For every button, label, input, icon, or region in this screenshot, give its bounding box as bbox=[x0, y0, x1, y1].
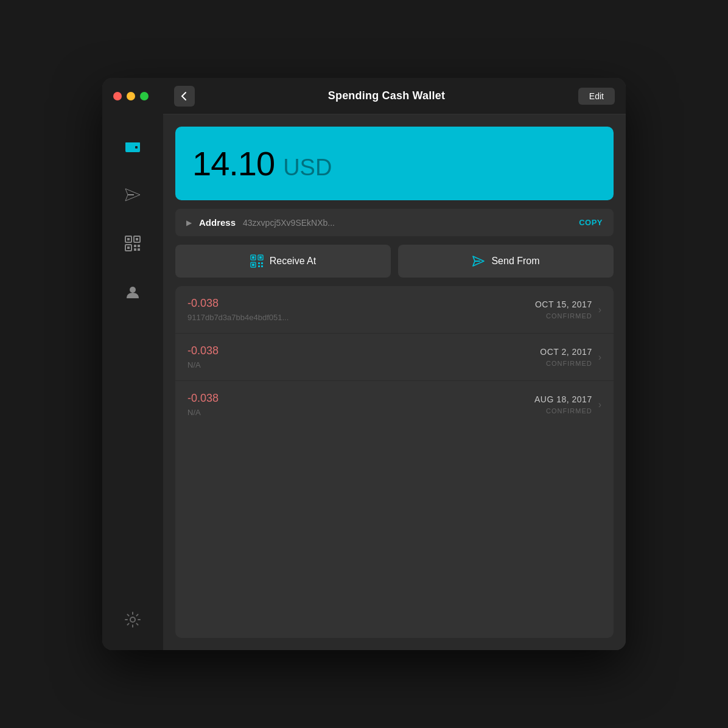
close-dot[interactable] bbox=[113, 92, 122, 100]
tx-status-3: CONFIRMED bbox=[546, 407, 592, 415]
tx-info-3: AUG 18, 2017 CONFIRMED bbox=[534, 394, 592, 415]
sidebar-item-send[interactable] bbox=[119, 181, 146, 208]
action-buttons: Receive At Send From bbox=[175, 245, 614, 278]
tx-left-3: -0.038 N/A bbox=[187, 392, 219, 417]
tx-info-2: OCT 2, 2017 CONFIRMED bbox=[540, 347, 592, 367]
maximize-dot[interactable] bbox=[140, 92, 149, 100]
tx-right-2: OCT 2, 2017 CONFIRMED › bbox=[540, 347, 601, 367]
transactions-list: -0.038 9117db7d3a7bb4e4bdf051... OCT 15,… bbox=[175, 286, 614, 638]
tx-date-2: OCT 2, 2017 bbox=[540, 347, 592, 357]
balance-card: 14.10 USD bbox=[175, 127, 614, 200]
content-area: 14.10 USD ▶ Address 43zxvpcj5Xv9SEkNXb..… bbox=[163, 114, 626, 650]
svg-rect-2 bbox=[135, 146, 138, 149]
transaction-row[interactable]: -0.038 N/A OCT 2, 2017 CONFIRMED › bbox=[175, 334, 614, 381]
sidebar-nav bbox=[119, 133, 146, 606]
svg-rect-10 bbox=[127, 247, 130, 249]
svg-rect-22 bbox=[252, 264, 254, 266]
svg-rect-24 bbox=[261, 262, 263, 264]
tx-chevron-2: › bbox=[598, 352, 601, 363]
svg-rect-25 bbox=[258, 265, 260, 267]
tx-hash-3: N/A bbox=[187, 408, 219, 417]
tx-chevron-3: › bbox=[598, 399, 601, 410]
tx-right-1: OCT 15, 2017 CONFIRMED › bbox=[535, 299, 601, 320]
receive-at-button[interactable]: Receive At bbox=[175, 245, 391, 278]
transaction-row[interactable]: -0.038 9117db7d3a7bb4e4bdf051... OCT 15,… bbox=[175, 286, 614, 334]
sidebar-item-wallet[interactable] bbox=[119, 133, 146, 159]
tx-amount-1: -0.038 bbox=[187, 297, 289, 310]
svg-rect-12 bbox=[138, 245, 140, 247]
send-from-button[interactable]: Send From bbox=[398, 245, 614, 278]
svg-rect-6 bbox=[127, 238, 130, 240]
tx-hash-1: 9117db7d3a7bb4e4bdf051... bbox=[187, 313, 289, 322]
tx-info-1: OCT 15, 2017 CONFIRMED bbox=[535, 299, 592, 320]
tx-right-3: AUG 18, 2017 CONFIRMED › bbox=[534, 394, 601, 415]
transaction-row[interactable]: -0.038 N/A AUG 18, 2017 CONFIRMED › bbox=[175, 381, 614, 428]
sidebar-item-settings[interactable] bbox=[119, 606, 146, 633]
traffic-lights bbox=[102, 78, 163, 114]
minimize-dot[interactable] bbox=[127, 92, 135, 100]
tx-left-1: -0.038 9117db7d3a7bb4e4bdf051... bbox=[187, 297, 289, 322]
back-button[interactable] bbox=[174, 86, 195, 107]
svg-rect-14 bbox=[138, 248, 140, 251]
tx-amount-3: -0.038 bbox=[187, 392, 219, 405]
balance-currency: USD bbox=[283, 155, 332, 181]
tx-date-3: AUG 18, 2017 bbox=[534, 394, 592, 404]
svg-rect-8 bbox=[136, 238, 138, 240]
tx-date-1: OCT 15, 2017 bbox=[535, 299, 592, 309]
svg-rect-23 bbox=[258, 262, 260, 264]
address-value: 43zxvpcj5Xv9SEkNXb... bbox=[243, 218, 572, 228]
sidebar bbox=[102, 78, 163, 650]
edit-button[interactable]: Edit bbox=[578, 88, 615, 105]
svg-rect-18 bbox=[252, 256, 254, 259]
tx-status-2: CONFIRMED bbox=[546, 360, 592, 367]
tx-status-1: CONFIRMED bbox=[546, 312, 592, 320]
address-row: ▶ Address 43zxvpcj5Xv9SEkNXb... COPY bbox=[175, 209, 614, 236]
sidebar-item-contacts[interactable] bbox=[119, 279, 146, 306]
qr-icon bbox=[250, 254, 264, 268]
svg-rect-1 bbox=[125, 142, 140, 145]
sidebar-item-qr[interactable] bbox=[119, 230, 146, 257]
svg-rect-11 bbox=[134, 245, 136, 247]
address-label: Address bbox=[199, 217, 236, 228]
svg-rect-20 bbox=[259, 256, 262, 259]
app-window: Spending Cash Wallet Edit 14.10 USD ▶ Ad… bbox=[102, 78, 626, 650]
svg-point-16 bbox=[130, 617, 135, 622]
send-from-icon bbox=[472, 254, 485, 268]
send-from-label: Send From bbox=[491, 256, 539, 267]
tx-hash-2: N/A bbox=[187, 360, 219, 369]
tx-chevron-1: › bbox=[598, 304, 601, 315]
copy-button[interactable]: COPY bbox=[579, 218, 603, 227]
expand-icon[interactable]: ▶ bbox=[186, 219, 192, 227]
receive-at-label: Receive At bbox=[270, 256, 316, 267]
svg-point-15 bbox=[130, 287, 136, 293]
tx-amount-2: -0.038 bbox=[187, 345, 219, 357]
svg-rect-26 bbox=[261, 265, 263, 267]
main-content: Spending Cash Wallet Edit 14.10 USD ▶ Ad… bbox=[163, 78, 626, 650]
page-title: Spending Cash Wallet bbox=[328, 89, 445, 102]
tx-left-2: -0.038 N/A bbox=[187, 345, 219, 369]
balance-amount: 14.10 bbox=[192, 144, 275, 183]
svg-rect-13 bbox=[134, 248, 136, 251]
header: Spending Cash Wallet Edit bbox=[163, 78, 626, 114]
sidebar-bottom bbox=[119, 606, 146, 650]
